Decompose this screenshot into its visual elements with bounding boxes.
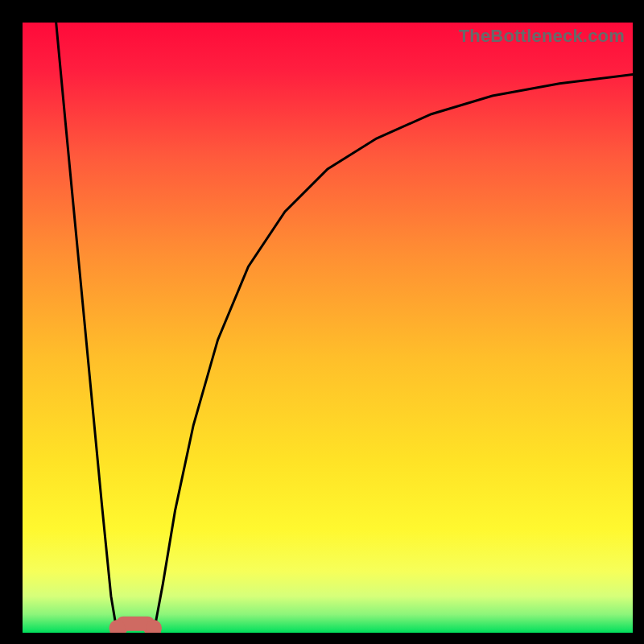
gradient-background [23, 23, 633, 633]
chart-frame: TheBottleneck.com [23, 23, 633, 633]
bottleneck-curve-chart [23, 23, 633, 633]
watermark-text: TheBottleneck.com [459, 26, 625, 47]
